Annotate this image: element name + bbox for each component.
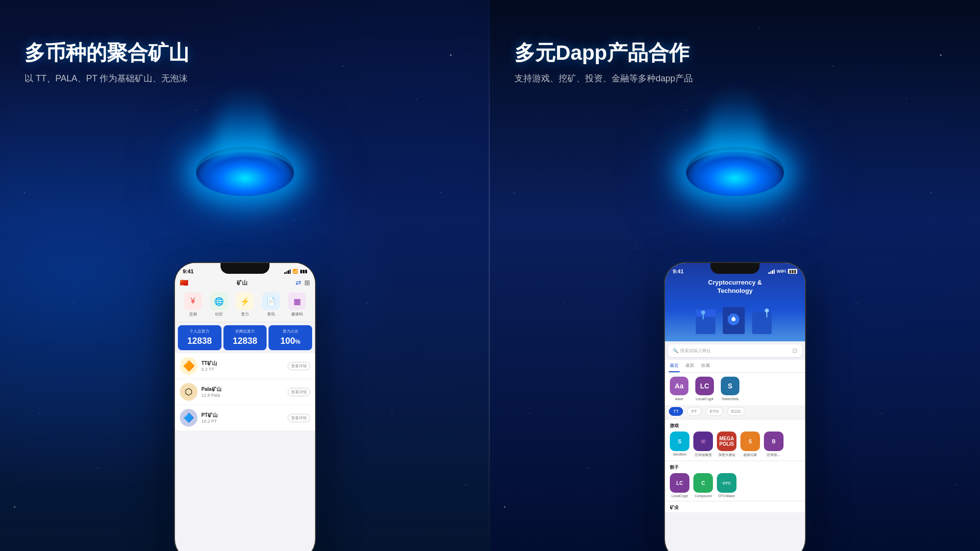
cat-tabs-row: TT PT ETH EOS: [665, 405, 805, 418]
recent-aave[interactable]: Aa Aave: [670, 377, 688, 401]
wifi-icon-right: WiFi: [777, 269, 786, 274]
nav-hashrate[interactable]: ⚡ 算力: [236, 292, 254, 317]
left-screen: 9:41 📶 ▮▮▮ 🇨🇳: [175, 263, 315, 551]
cat-pt[interactable]: PT: [687, 407, 702, 416]
pt-icon: 🔷: [180, 409, 197, 427]
wallet-icon[interactable]: ⇄: [295, 279, 301, 287]
app-sandbox[interactable]: S Sandbox: [670, 431, 689, 457]
sandbox-icon: S: [670, 431, 689, 451]
expand-icon[interactable]: ⊞: [304, 279, 310, 287]
dapp-title-area: Cryptocurrency &Technology: [671, 279, 799, 295]
cat-eos[interactable]: EOS: [727, 407, 745, 416]
app-otcmaker[interactable]: OTC OTCMaker: [717, 473, 736, 498]
pala-info: Pala矿山 12.8 Pala: [201, 386, 288, 398]
cat-eth[interactable]: ETH: [706, 407, 723, 416]
right-status-icons: WiFi ▮▮▮: [768, 269, 797, 274]
dice-section: 骰子 LC LocalCrypt C Compound OTC OTCMaker: [665, 461, 805, 501]
nav-invite[interactable]: ▦ 邀请码: [288, 292, 306, 317]
app-compound[interactable]: C Compound: [693, 473, 713, 498]
dapp-main-tabs: 最近 最新 收藏: [665, 360, 805, 373]
mining-list: 🔶 TT矿山 0.2 TT 查看详情 ⬡ Pala矿山 12.8 Pala: [175, 353, 315, 431]
app-metropolis[interactable]: MEGAPOLIS 加密大都会: [717, 431, 736, 457]
stats-grid: 个人总算力 12838 全网总算力 12838 算力占比 100%: [175, 322, 315, 353]
right-time: 9:41: [673, 268, 684, 274]
right-panel: 多元Dapp产品合作 支持游戏、挖矿、投资、金融等多种dapp产品 9:41: [490, 0, 980, 551]
mining-title: 矿业: [665, 502, 805, 512]
games-title: 游戏: [665, 420, 805, 431]
tt-info: TT矿山 0.2 TT: [201, 360, 288, 372]
right-subtitle: 支持游戏、挖矿、投资、金融等多种dapp产品: [514, 72, 693, 84]
app-blockchain1[interactable]: 👾 区块链截室: [693, 431, 713, 457]
right-header: 多元Dapp产品合作 支持游戏、挖矿、投资、金融等多种dapp产品: [514, 39, 693, 84]
wifi-icon: 📶: [293, 269, 298, 274]
tab-newest[interactable]: 最新: [685, 360, 695, 372]
dapp-search-bar[interactable]: 🔍 搜索或输入网址 ⊡: [668, 344, 802, 357]
stat-ratio: 算力占比 100%: [269, 325, 312, 350]
cat-tt[interactable]: TT: [669, 407, 683, 416]
blockchain1-icon: 👾: [693, 431, 713, 451]
stat-personal: 个人总算力 12838: [178, 325, 221, 350]
power-button-right: [805, 322, 806, 346]
app-blockchain2[interactable]: B 区块链…: [764, 431, 784, 457]
svg-rect-4: [752, 312, 772, 334]
mining-item-pala: ⬡ Pala矿山 12.8 Pala 查看详情: [175, 379, 315, 405]
signal-icon: [284, 269, 291, 274]
power-button-left: [315, 322, 316, 346]
mining-item-pt: 🔷 PT矿山 10.2 PT 查看详情: [175, 405, 315, 431]
qr-scan-icon[interactable]: ⊡: [792, 347, 797, 354]
nav-community[interactable]: 🌐 社区: [210, 292, 228, 317]
right-phone: 9:41 WiFi ▮▮▮: [664, 262, 806, 551]
games-apps-row: S Sandbox 👾 区块链截室 MEGAPOLIS 加密大都会 S: [665, 431, 805, 460]
app-supergamer[interactable]: S 超级玩家: [740, 431, 760, 457]
recent-localcrypt[interactable]: LC LocalCrypt: [695, 377, 714, 401]
tab-recent[interactable]: 最近: [669, 360, 680, 372]
dapp-header: 9:41 WiFi ▮▮▮: [665, 263, 805, 341]
nav-trading[interactable]: ¥ 交易: [184, 292, 202, 317]
otcmaker-icon: OTC: [717, 473, 736, 493]
pala-detail-btn[interactable]: 查看详情: [288, 388, 310, 396]
mining-title-row: 🇨🇳 矿山 ⇄ ⊞: [180, 279, 310, 287]
right-title: 多元Dapp产品合作: [514, 39, 693, 67]
left-panel: 多币种的聚合矿山 以 TT、PALA、PT 作为基础矿山、无泡沫 9:41: [0, 0, 490, 551]
left-time: 9:41: [183, 268, 194, 274]
dapp-hero-illustration: [691, 305, 779, 339]
battery-icon: ▮▮▮: [300, 269, 307, 274]
battery-icon-right: ▮▮▮: [788, 269, 797, 274]
compound-icon: C: [693, 473, 713, 493]
search-placeholder: 搜索或输入网址: [680, 348, 790, 354]
left-phone-container: 9:41 📶 ▮▮▮ 🇨🇳: [174, 262, 316, 551]
mining-title: 矿山: [237, 279, 247, 287]
signal-icon-right: [768, 269, 775, 274]
right-screen: 9:41 WiFi ▮▮▮: [665, 263, 805, 551]
dice-apps-row: LC LocalCrypt C Compound OTC OTCMaker: [665, 472, 805, 501]
metropolis-icon: MEGAPOLIS: [717, 431, 736, 451]
left-notch: [220, 263, 270, 274]
recent-icons-row: Aa Aave LC LocalCrypt S TokenSets: [665, 373, 805, 405]
mining-item-tt: 🔶 TT矿山 0.2 TT 查看详情: [175, 353, 315, 379]
iso-svg: [691, 305, 779, 339]
right-notch: [710, 263, 760, 274]
left-title: 多币种的聚合矿山: [24, 39, 189, 67]
recent-tokensets[interactable]: S TokenSets: [721, 377, 739, 401]
aave-icon: Aa: [670, 377, 688, 395]
tt-detail-btn[interactable]: 查看详情: [288, 362, 310, 370]
left-subtitle: 以 TT、PALA、PT 作为基础矿山、无泡沫: [24, 72, 189, 84]
pt-info: PT矿山 10.2 PT: [201, 412, 288, 424]
tt-icon: 🔶: [180, 357, 197, 375]
svg-point-7: [765, 309, 769, 312]
left-phone: 9:41 📶 ▮▮▮ 🇨🇳: [174, 262, 316, 551]
pt-detail-btn[interactable]: 查看详情: [288, 414, 310, 422]
tab-favorites[interactable]: 收藏: [700, 360, 711, 372]
left-status-icons: 📶 ▮▮▮: [284, 269, 307, 274]
nav-news[interactable]: 📄 资讯: [262, 292, 280, 317]
svg-point-5: [701, 311, 705, 314]
mining-section: 矿业: [665, 502, 805, 512]
supergamer-icon: S: [740, 431, 760, 451]
nav-action-icons: ⇄ ⊞: [295, 279, 310, 287]
svg-rect-1: [696, 310, 715, 317]
app-localcrypt2[interactable]: LC LocalCrypt: [670, 473, 689, 498]
search-icon: 🔍: [673, 348, 678, 353]
pala-icon: ⬡: [180, 383, 197, 401]
left-header: 多币种的聚合矿山 以 TT、PALA、PT 作为基础矿山、无泡沫: [24, 39, 189, 84]
dice-title: 骰子: [665, 461, 805, 472]
